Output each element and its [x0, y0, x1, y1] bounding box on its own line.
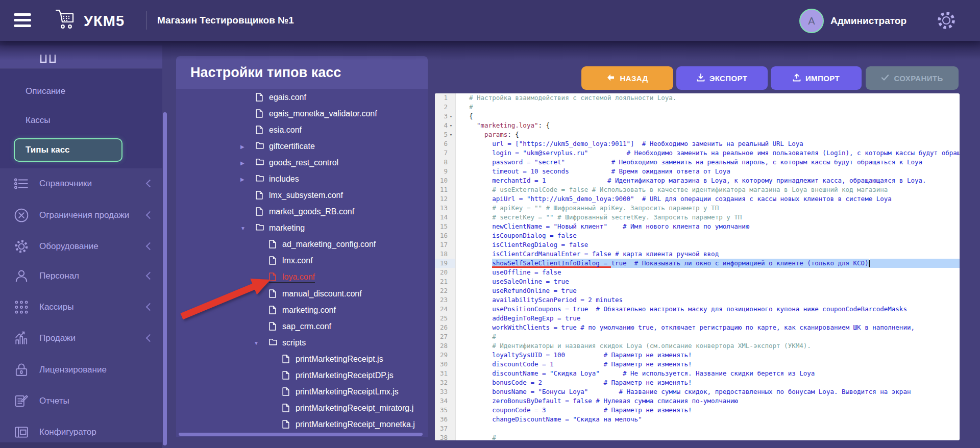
tree-item-content: egais.conf — [256, 93, 306, 103]
import-button[interactable]: ИМПОРТ — [771, 66, 862, 90]
code-line-8[interactable]: 8 password = "secret" # Необходимо замен… — [435, 158, 960, 167]
gutter-line-number: 1 — [435, 93, 456, 103]
code-line-6[interactable]: 6 url = ["https://ukm5_demo_loya:9011"] … — [435, 139, 960, 148]
code-line-18[interactable]: 18 isClientCardManualEnter = false # кар… — [435, 250, 960, 259]
tree-item-printMarketingReceiptLmx.js[interactable]: printMarketingReceiptLmx.js — [176, 384, 428, 401]
code-line-19[interactable]: 19 showSelfSaleClientInfoDialog = true #… — [435, 259, 960, 268]
tree-item-sap_crm.conf[interactable]: sap_crm.conf — [176, 318, 428, 335]
tree-item-printMarketingReceipt.js[interactable]: printMarketingReceipt.js — [176, 352, 428, 368]
code-line-20[interactable]: 20 useOffline = false — [435, 268, 960, 277]
code-line-10[interactable]: 10 merchantId = 1 # Идентификатор магази… — [435, 176, 960, 185]
sidebar-bottom-scroll-track[interactable] — [0, 442, 162, 448]
sidebar-subitem-Кассы[interactable]: Кассы — [26, 115, 51, 126]
code-line-21[interactable]: 21 useSaleOnline = true — [435, 277, 960, 286]
code-line-11[interactable]: 11 # useExternalCode = false # Использов… — [435, 185, 960, 194]
tree-expand-arrow[interactable]: ▶ — [236, 144, 256, 150]
tree-item-printMarketingReceiptDP.js[interactable]: printMarketingReceiptDP.js — [176, 368, 428, 384]
tree-item-lmx.conf[interactable]: lmx.conf — [176, 253, 428, 269]
code-line-1[interactable]: 1# Настройка взаимодействия с системой л… — [435, 93, 960, 103]
tree-item-ad_marketing_config.conf[interactable]: ad_marketing_config.conf — [176, 237, 428, 253]
sidebar-item-Оборудование[interactable]: Оборудование — [0, 236, 162, 257]
tree-item-lmx_subsystem.conf[interactable]: lmx_subsystem.conf — [176, 188, 428, 204]
fold-arrow-icon[interactable]: ▾ — [448, 130, 454, 139]
tree-item-marketing.conf[interactable]: marketing.conf — [176, 302, 428, 318]
code-line-24[interactable]: 24 usePositionCoupons = true # Обязатель… — [435, 305, 960, 314]
code-line-27[interactable]: 27 # — [435, 332, 960, 341]
code-line-26[interactable]: 26 workWithClients = true # по умолчанию… — [435, 323, 960, 332]
back-button[interactable]: НАЗАД — [581, 66, 673, 90]
code-line-2[interactable]: 2# — [435, 103, 960, 112]
code-line-22[interactable]: 22 useRefundOnline = true — [435, 286, 960, 295]
sidebar-scrollbar[interactable] — [163, 112, 167, 445]
code-line-5[interactable]: 5▾ params: { — [435, 130, 960, 139]
tree-item-manual_discount.conf[interactable]: manual_discount.conf — [176, 286, 428, 302]
save-button[interactable]: СОХРАНИТЬ — [866, 66, 959, 90]
sidebar-item-Персонал[interactable]: Персонал — [0, 265, 162, 287]
code-line-33[interactable]: 33 bonusName = "Бонусы Loya" # Название … — [435, 387, 960, 396]
sidebar-item-label: Кассиры — [39, 302, 74, 312]
code-line-4[interactable]: 4▾ "marketing.loya": { — [435, 121, 960, 130]
tree-item-market_goods_RB.conf[interactable]: market_goods_RB.conf — [176, 204, 428, 220]
sidebar-item-Отчеты[interactable]: Отчеты — [0, 390, 162, 412]
code-line-9[interactable]: 9 timeout = 10 seconds # Время ожидания … — [435, 167, 960, 176]
code-line-text: # — [456, 332, 960, 341]
sidebar-subitem-Типы касс[interactable]: Типы касс — [14, 138, 122, 162]
code-line-3[interactable]: 3▾{ — [435, 112, 960, 121]
sidebar-item-Продажи[interactable]: Продажи — [0, 328, 162, 349]
code-line-text: url = ["https://ukm5_demo_loya:9011"] # … — [456, 139, 960, 148]
config-editor[interactable]: 1# Настройка взаимодействия с системой л… — [435, 93, 960, 440]
code-line-14[interactable]: 14 # secretKey = "" # Шифрованный secret… — [435, 213, 960, 222]
code-line-34[interactable]: 34 zeroBonusByDefault = false # Нулевая … — [435, 396, 960, 406]
code-line-25[interactable]: 25 addBeginToRegExp = true — [435, 314, 960, 323]
tree-item-egais_monetka_validator.conf[interactable]: egais_monetka_validator.conf — [176, 106, 428, 122]
tree-expand-arrow[interactable]: ▶ — [236, 160, 256, 166]
code-line-15[interactable]: 15 newClientName = "Новый клиент" # Имя … — [435, 222, 960, 231]
code-line-13[interactable]: 13 # apiKey = "" # Шифрованный apiKey. З… — [435, 204, 960, 213]
code-line-31[interactable]: 31 discountName = "Скидка Loya" # Не исп… — [435, 369, 960, 378]
fold-arrow-icon[interactable]: ▾ — [448, 112, 454, 121]
tree-item-printMarketingReceipt_monetka.j[interactable]: printMarketingReceipt_monetka.j — [176, 417, 428, 433]
tree-expand-arrow[interactable]: ▼ — [250, 340, 269, 346]
tree-item-scripts[interactable]: ▼scripts — [176, 335, 428, 351]
avatar[interactable]: A — [799, 9, 824, 33]
export-button[interactable]: ЭКСПОРТ — [676, 66, 768, 90]
file-tree-horizontal-scrollbar[interactable] — [179, 433, 423, 436]
sidebar-item-Лицензирование[interactable]: Лицензирование — [0, 359, 162, 381]
sidebar-subitem-Описание[interactable]: Описание — [26, 86, 65, 96]
fold-arrow-icon[interactable]: ▾ — [448, 121, 454, 130]
code-line-29[interactable]: 29 loyaltySysUID = 100 # Параметр не изм… — [435, 351, 960, 360]
sidebar-item-Конфигуратор[interactable]: Конфигуратор — [0, 421, 162, 443]
tree-item-loya.conf[interactable]: loya.conf — [176, 269, 428, 286]
code-line-12[interactable]: 12 apiUrl = "http://ukm5_demo_loya:9000"… — [435, 194, 960, 204]
sidebar-item-Кассиры[interactable]: Кассиры — [0, 296, 162, 318]
code-line-17[interactable]: 17 isClientRegDialog = false — [435, 240, 960, 250]
settings-gear-icon[interactable] — [936, 10, 957, 33]
sidebar-item-store-partial[interactable] — [0, 45, 162, 68]
code-line-37[interactable]: 37 — [435, 424, 960, 433]
code-line-32[interactable]: 32 bonusCode = 2 # Параметр не изменять! — [435, 378, 960, 387]
tree-item-giftcertificate[interactable]: ▶giftcertificate — [176, 138, 428, 155]
code-line-30[interactable]: 30 discountCode = 1 # Параметр не изменя… — [435, 360, 960, 369]
tree-expand-arrow[interactable]: ▶ — [236, 177, 256, 182]
tree-item-marketing[interactable]: ▼marketing — [176, 220, 428, 237]
tree-item-printMarketingReceipt_miratorg.j[interactable]: printMarketingReceipt_miratorg.j — [176, 401, 428, 417]
code-line-7[interactable]: 7 login = "ukm@servplus.ru" # Необходимо… — [435, 148, 960, 158]
code-line-36[interactable]: 36 changeDiscountName = "Скидка на мелоч… — [435, 415, 960, 424]
code-line-text: timeout = 10 seconds # Время ожидания от… — [456, 167, 960, 176]
code-line-23[interactable]: 23 availabilityScanPeriod = 2 minutes — [435, 295, 960, 305]
code-line-38[interactable]: 38 # — [435, 433, 960, 440]
code-line-28[interactable]: 28 # Идентификаторы и названия скидок Lo… — [435, 341, 960, 351]
code-line-16[interactable]: 16 isCouponDialog = false — [435, 231, 960, 240]
sidebar-item-Ограничения продажи[interactable]: Ограничения продажи — [0, 205, 162, 226]
tree-item-goods_rest_control[interactable]: ▶goods_rest_control — [176, 155, 428, 171]
tree-expand-arrow[interactable]: ▼ — [236, 226, 256, 231]
code-line-35[interactable]: 35 couponCode = 3 # Параметр не изменять… — [435, 406, 960, 415]
code-line-text: # Идентификаторы и названия скидок Loya … — [456, 341, 960, 351]
sidebar-item-Справочники[interactable]: Справочники — [0, 173, 162, 194]
user-menu[interactable]: A Администратор — [799, 9, 906, 33]
tree-item-esia.conf[interactable]: esia.conf — [176, 122, 428, 138]
tree-item-egais.conf[interactable]: egais.conf — [176, 89, 428, 106]
tree-item-includes[interactable]: ▶includes — [176, 171, 428, 187]
file-icon — [269, 272, 278, 282]
hamburger-menu-icon[interactable] — [14, 13, 31, 28]
